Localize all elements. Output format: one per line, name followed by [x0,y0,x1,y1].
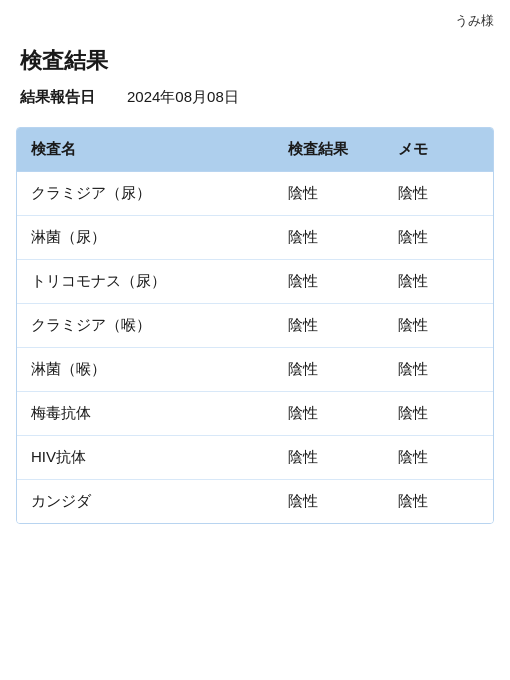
cell-test-name: カンジダ [17,480,274,524]
report-date-label: 結果報告日 [20,88,95,107]
cell-test-name: 梅毒抗体 [17,392,274,436]
table-row: HIV抗体陰性陰性 [17,436,493,480]
table-row: クラミジア（喉）陰性陰性 [17,304,493,348]
table-row: カンジダ陰性陰性 [17,480,493,524]
cell-memo: 陰性 [384,436,493,480]
cell-test-name: クラミジア（尿） [17,172,274,216]
cell-test-name: 淋菌（喉） [17,348,274,392]
cell-memo: 陰性 [384,304,493,348]
cell-memo: 陰性 [384,216,493,260]
cell-test-result: 陰性 [274,216,383,260]
table-header-row: 検査名 検査結果 メモ [17,128,493,172]
col-header-test-result: 検査結果 [274,128,383,172]
cell-test-result: 陰性 [274,260,383,304]
col-header-test-name: 検査名 [17,128,274,172]
table-row: トリコモナス（尿）陰性陰性 [17,260,493,304]
cell-memo: 陰性 [384,348,493,392]
cell-memo: 陰性 [384,392,493,436]
cell-test-result: 陰性 [274,172,383,216]
user-name: うみ様 [0,12,510,36]
table-row: クラミジア（尿）陰性陰性 [17,172,493,216]
table-row: 淋菌（喉）陰性陰性 [17,348,493,392]
table-row: 梅毒抗体陰性陰性 [17,392,493,436]
cell-memo: 陰性 [384,172,493,216]
cell-memo: 陰性 [384,260,493,304]
col-header-memo: メモ [384,128,493,172]
cell-test-result: 陰性 [274,392,383,436]
table-body: クラミジア（尿）陰性陰性淋菌（尿）陰性陰性トリコモナス（尿）陰性陰性クラミジア（… [17,172,493,524]
cell-memo: 陰性 [384,480,493,524]
page-title: 検査結果 [0,36,510,84]
cell-test-result: 陰性 [274,348,383,392]
results-table: 検査名 検査結果 メモ クラミジア（尿）陰性陰性淋菌（尿）陰性陰性トリコモナス（… [17,128,493,523]
cell-test-name: 淋菌（尿） [17,216,274,260]
table-row: 淋菌（尿）陰性陰性 [17,216,493,260]
cell-test-result: 陰性 [274,480,383,524]
report-date-value: 2024年08月08日 [127,88,239,107]
results-table-container: 検査名 検査結果 メモ クラミジア（尿）陰性陰性淋菌（尿）陰性陰性トリコモナス（… [16,127,494,524]
cell-test-name: トリコモナス（尿） [17,260,274,304]
report-date-row: 結果報告日 2024年08月08日 [0,84,510,127]
cell-test-name: HIV抗体 [17,436,274,480]
cell-test-result: 陰性 [274,436,383,480]
page-wrapper: うみ様 検査結果 結果報告日 2024年08月08日 検査名 検査結果 メモ ク… [0,0,510,524]
cell-test-result: 陰性 [274,304,383,348]
cell-test-name: クラミジア（喉） [17,304,274,348]
